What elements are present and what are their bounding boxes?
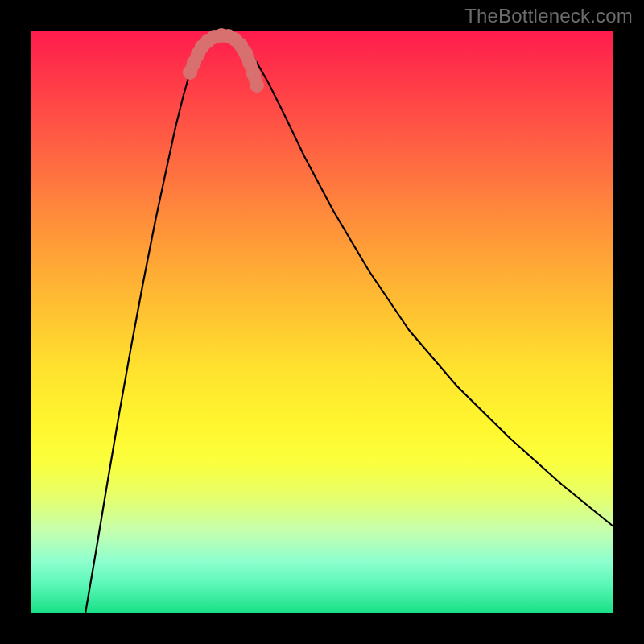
valley-marker-dot <box>250 78 264 93</box>
watermark-text: TheBottleneck.com <box>464 5 633 27</box>
plot-area <box>31 31 613 613</box>
main-curve <box>85 35 613 613</box>
chart-frame: TheBottleneck.com <box>0 0 644 644</box>
curve-svg <box>31 31 613 613</box>
valley-markers <box>183 28 264 93</box>
